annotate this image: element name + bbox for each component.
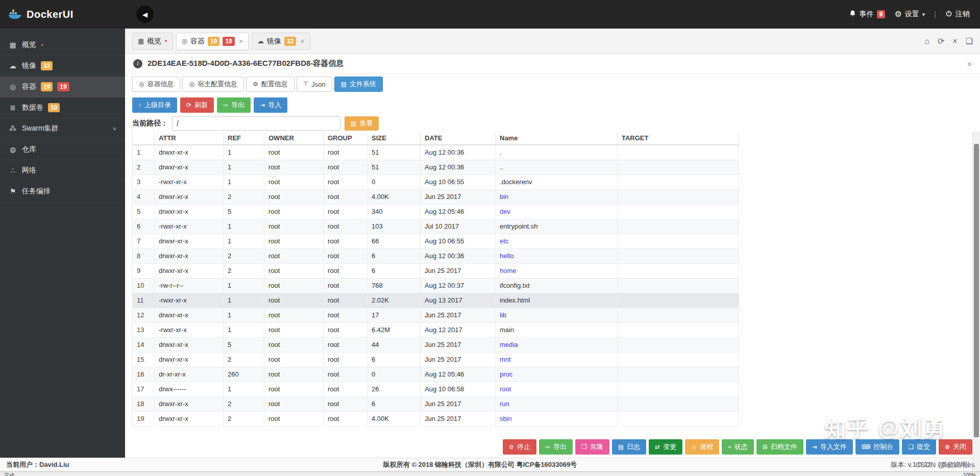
archive-button[interactable]: ⊞ 归档文件 <box>756 439 803 455</box>
subtab-filesystem[interactable]: ▤ 文件系统 <box>334 77 383 92</box>
cell-ref: 2 <box>224 352 264 367</box>
file-name[interactable]: bin <box>500 193 508 201</box>
path-input[interactable] <box>172 116 340 131</box>
close-tab-icon[interactable]: × <box>300 37 304 45</box>
events-button[interactable]: 事件 9 <box>849 10 886 19</box>
changes-icon: ⇄ <box>655 444 660 450</box>
file-name[interactable]: main <box>500 326 514 334</box>
commit-button[interactable]: ❏ 提交 <box>902 439 936 455</box>
refresh-icon[interactable]: ⟳ <box>938 37 944 45</box>
view-button[interactable]: ▤ 查看 <box>345 116 379 131</box>
table-row[interactable]: 17 drwx------ 1 root root 26 Aug 10 06:5… <box>133 382 739 396</box>
file-name[interactable]: run <box>500 400 509 408</box>
cell-ref: 1 <box>224 382 264 396</box>
settings-button[interactable]: ⚙ 设置 ▾ <box>894 10 925 19</box>
chevron-expand-icon[interactable]: » <box>111 127 119 130</box>
file-name[interactable]: ifconfig.txt <box>500 282 530 289</box>
row-index: 16 <box>133 367 155 382</box>
row-index: 15 <box>133 352 155 367</box>
sidebar-item-images[interactable]: ☁ 镜像 32 <box>0 56 125 77</box>
tab-overview[interactable]: ▦ 概览 ● <box>132 33 173 50</box>
sidebar-item-overview[interactable]: ▦ 概览 ● <box>0 35 125 56</box>
table-row[interactable]: 4 drwxr-xr-x 2 root root 4.00K Jun 25 20… <box>133 189 739 204</box>
sidebar-item-registry[interactable]: ◍ 仓库 <box>0 139 125 160</box>
tab-containers[interactable]: ◎ 容器 19 19 × <box>176 33 249 50</box>
cell-owner: root <box>264 174 324 189</box>
table-row[interactable]: 14 drwxr-xr-x 5 root root 44 Jun 25 2017… <box>133 337 739 352</box>
table-row[interactable]: 9 drwxr-xr-x 2 root root 6 Jun 25 2017 h… <box>133 263 739 278</box>
tab-images[interactable]: ☁ 镜像 32 × <box>252 33 310 50</box>
table-row[interactable]: 19 drwxr-xr-x 2 root root 4.00K Jun 25 2… <box>133 411 739 426</box>
file-name[interactable]: dev <box>500 208 510 215</box>
cell-name: run <box>496 396 618 411</box>
table-row[interactable]: 2 drwxr-xr-x 1 root root 51 Aug 12 00:36… <box>133 160 739 174</box>
table-row[interactable]: 6 -rwxr-xr-x 1 root root 103 Jul 10 2017… <box>133 219 739 234</box>
parent-dir-button[interactable]: ↑ 上级目录 <box>132 97 177 113</box>
table-row[interactable]: 18 drwxr-xr-x 2 root root 6 Jun 25 2017 … <box>133 396 739 411</box>
copyright-text: 版权所有 © 2018 锦翰科技（深圳）有限公司 粤ICP备16033069号 <box>69 460 891 469</box>
table-row[interactable]: 10 -rw-r--r-- 1 root root 768 Aug 12 00:… <box>133 278 739 293</box>
table-row[interactable]: 3 -rwxr-xr-x 1 root root 0 Aug 10 06:55 … <box>133 174 739 189</box>
table-row[interactable]: 15 drwxr-xr-x 2 root root 6 Jun 25 2017 … <box>133 352 739 367</box>
file-name[interactable]: .. <box>500 163 503 171</box>
table-row[interactable]: 16 dr-xr-xr-x 260 root root 0 Aug 12 05:… <box>133 367 739 382</box>
stop-button[interactable]: ⊘ 停止 <box>503 439 536 455</box>
close-tab-icon[interactable]: × <box>239 37 243 45</box>
subtab-config-info[interactable]: ⚙ 配置信息 <box>246 77 295 92</box>
table-row[interactable]: 1 drwxr-xr-x 1 root root 51 Aug 12 00:36… <box>133 145 739 160</box>
import-button[interactable]: ⇥ 导入 <box>254 97 287 113</box>
cell-owner: root <box>264 204 324 219</box>
file-name[interactable]: home <box>500 267 517 274</box>
file-name[interactable]: sbin <box>500 415 512 422</box>
close-container-button[interactable]: ⊗ 关闭 <box>939 439 972 455</box>
export-button[interactable]: ⇨ 导出 <box>217 97 251 113</box>
maximize-icon[interactable]: ❏ <box>966 37 973 45</box>
file-name[interactable]: . <box>500 148 502 156</box>
subtab-json[interactable]: ⊤ Json <box>297 77 332 92</box>
scrollbar-thumb[interactable] <box>974 144 979 437</box>
table-row[interactable]: 12 drwxr-xr-x 1 root root 17 Jun 25 2017… <box>133 308 739 322</box>
file-name[interactable]: proc <box>500 370 512 378</box>
sidebar-item-containers[interactable]: ◎ 容器 19 19 <box>0 77 125 97</box>
sidebar-item-tasks[interactable]: ⚑ 任务编排 <box>0 181 125 202</box>
subtab-host-config[interactable]: ◎ 宿主配置信息 <box>182 77 243 92</box>
count-badge: 19 <box>41 82 53 91</box>
cell-group: root <box>324 382 368 396</box>
file-name[interactable]: etc <box>500 237 508 245</box>
row-index: 17 <box>133 382 155 396</box>
changes-button[interactable]: ⇄ 变更 <box>649 439 682 455</box>
table-row[interactable]: 11 -rwxr-xr-x 1 root root 2.02K Aug 13 2… <box>133 293 739 308</box>
file-name[interactable]: lib <box>500 311 506 319</box>
sidebar-item-network[interactable]: ∴ 网络 <box>0 160 125 181</box>
table-row[interactable]: 7 drwxr-xr-x 1 root root 66 Aug 10 06:55… <box>133 234 739 248</box>
logout-button[interactable]: 注销 <box>945 10 970 19</box>
close-icon[interactable]: × <box>952 37 957 45</box>
file-name[interactable]: mnt <box>500 356 511 363</box>
refresh-button[interactable]: ⟳ 刷新 <box>180 97 214 113</box>
file-name[interactable]: index.html <box>500 296 530 304</box>
table-row[interactable]: 13 -rwxr-xr-x 1 root root 6.42M Aug 12 2… <box>133 322 739 337</box>
back-button[interactable]: ◀ <box>136 6 154 23</box>
clone-button[interactable]: ❐ 克隆 <box>575 439 609 455</box>
footer: 当前用户：David.Liu 版权所有 © 2018 锦翰科技（深圳）有限公司 … <box>0 458 980 471</box>
import-file-button[interactable]: ⇥ 导入文件 <box>806 439 853 455</box>
console-button[interactable]: ⌨ 控制台 <box>855 439 899 455</box>
file-name[interactable]: media <box>500 341 518 348</box>
file-name[interactable]: entrypoint.sh <box>500 222 537 230</box>
sidebar-item-volumes[interactable]: ≣ 数据卷 10 <box>0 97 125 118</box>
export-container-button[interactable]: ⇨ 导出 <box>539 439 573 455</box>
collapse-chevrons-icon[interactable]: » <box>967 59 972 68</box>
status-button[interactable]: ≈ 状态 <box>722 439 754 455</box>
file-name[interactable]: .dockerenv <box>500 178 532 186</box>
cell-target <box>618 174 739 189</box>
home-icon[interactable]: ⌂ <box>924 37 929 45</box>
file-name[interactable]: hello <box>500 252 513 260</box>
table-row[interactable]: 5 drwxr-xr-x 5 root root 340 Aug 12 05:4… <box>133 204 739 219</box>
terms-link[interactable]: 《条款说明》 <box>934 460 974 469</box>
logs-button[interactable]: ▤ 日志 <box>612 439 646 455</box>
processes-button[interactable]: ☼ 进程 <box>685 439 719 455</box>
sidebar-item-swarm[interactable]: ⁂ Swarm集群 » <box>0 118 125 139</box>
table-row[interactable]: 8 drwxr-xr-x 2 root root 6 Aug 12 00:36 … <box>133 248 739 263</box>
file-name[interactable]: root <box>500 385 511 393</box>
subtab-container-info[interactable]: ◎ 容器信息 <box>132 77 180 92</box>
